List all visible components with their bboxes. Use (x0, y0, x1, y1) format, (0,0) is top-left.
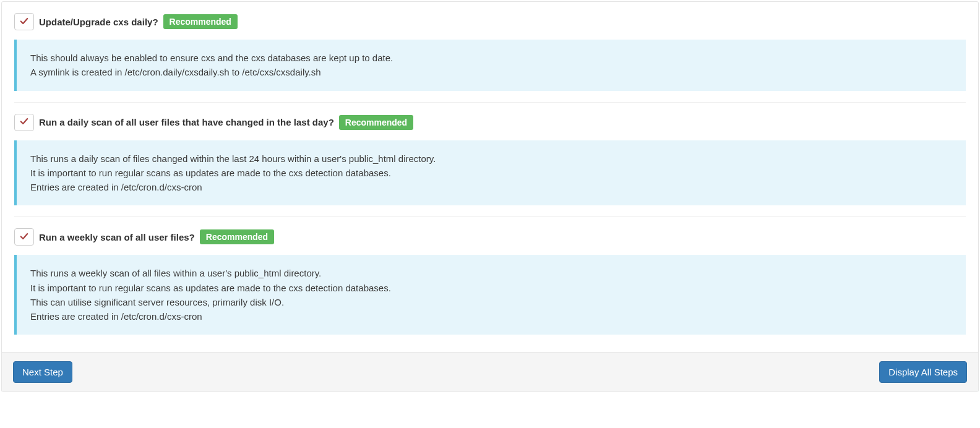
recommended-badge: Recommended (200, 229, 274, 244)
option-update-upgrade: Update/Upgrade cxs daily? Recommended Th… (14, 13, 966, 91)
option-title: Run a weekly scan of all user files? (39, 232, 195, 242)
option-header: Run a weekly scan of all user files? Rec… (14, 228, 966, 246)
option-title: Run a daily scan of all user files that … (39, 117, 334, 127)
panel-footer: Next Step Display All Steps (2, 352, 978, 392)
info-line: Entries are created in /etc/cron.d/cxs-c… (30, 309, 952, 323)
option-header: Run a daily scan of all user files that … (14, 114, 966, 131)
info-line: Entries are created in /etc/cron.d/cxs-c… (30, 180, 952, 194)
divider (14, 216, 966, 217)
info-box: This runs a weekly scan of all files wit… (14, 255, 966, 335)
checkbox-toggle[interactable] (14, 114, 34, 131)
info-line: This can utilise significant server reso… (30, 295, 952, 309)
info-line: A symlink is created in /etc/cron.daily/… (30, 65, 952, 79)
info-line: This should always be enabled to ensure … (30, 51, 952, 65)
recommended-badge: Recommended (339, 115, 413, 130)
check-icon (20, 117, 28, 127)
checkbox-toggle[interactable] (14, 13, 34, 30)
divider (14, 102, 966, 103)
info-line: This runs a daily scan of files changed … (30, 152, 952, 166)
settings-panel: Update/Upgrade cxs daily? Recommended Th… (1, 1, 979, 392)
info-box: This runs a daily scan of files changed … (14, 140, 966, 206)
info-box: This should always be enabled to ensure … (14, 40, 966, 91)
check-icon (20, 232, 28, 242)
recommended-badge: Recommended (163, 14, 238, 29)
option-header: Update/Upgrade cxs daily? Recommended (14, 13, 966, 30)
check-icon (20, 17, 28, 27)
next-step-button[interactable]: Next Step (13, 361, 72, 383)
display-all-steps-button[interactable]: Display All Steps (879, 361, 967, 383)
option-weekly-scan: Run a weekly scan of all user files? Rec… (14, 228, 966, 335)
option-title: Update/Upgrade cxs daily? (39, 17, 158, 27)
info-line: It is important to run regular scans as … (30, 281, 952, 295)
checkbox-toggle[interactable] (14, 228, 34, 246)
option-daily-scan: Run a daily scan of all user files that … (14, 114, 966, 206)
info-line: This runs a weekly scan of all files wit… (30, 266, 952, 280)
info-line: It is important to run regular scans as … (30, 166, 952, 180)
panel-body: Update/Upgrade cxs daily? Recommended Th… (2, 2, 978, 352)
